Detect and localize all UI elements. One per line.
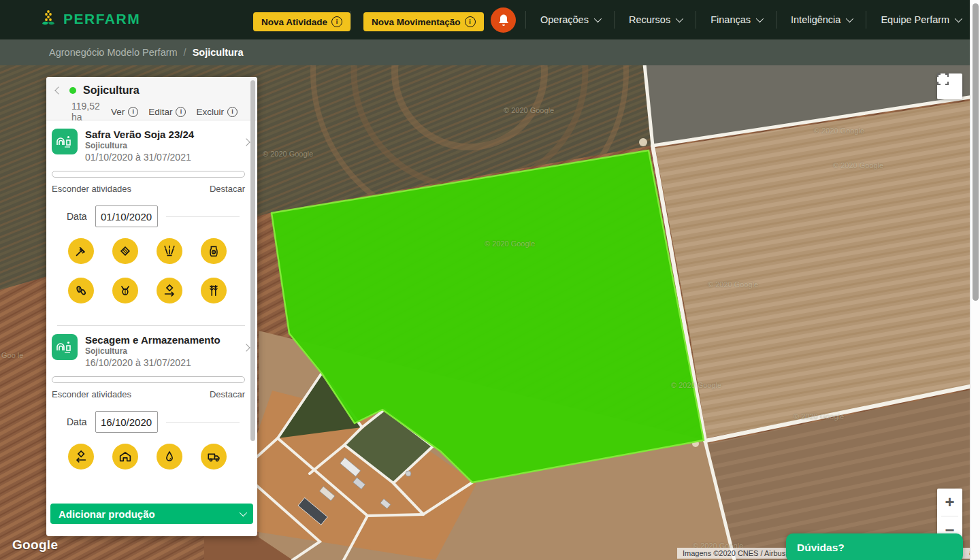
new-movement-label: Nova Movimentação — [372, 17, 461, 27]
help-button-label: Dúvidas? — [797, 542, 845, 554]
add-production-label: Adicionar produção — [59, 508, 155, 520]
help-button[interactable]: Dúvidas? — [786, 533, 963, 560]
highlight-link[interactable]: Destacar — [210, 389, 245, 399]
crop-progress-bar — [52, 171, 245, 178]
crop-progress-bar — [52, 376, 245, 383]
truck-icon — [206, 449, 222, 464]
crop-card-safra-verao: Safra Verão Soja 23/24 Sojicultura 01/10… — [46, 120, 257, 326]
chevron-down-icon — [240, 509, 247, 516]
menu-inteligencia[interactable]: Inteligência — [777, 14, 866, 25]
road-junction-spot — [639, 138, 647, 146]
date-label: Data — [67, 416, 87, 427]
fertilizer-button[interactable] — [201, 238, 227, 264]
hide-activities-link[interactable]: Esconder atividades — [52, 184, 131, 194]
hide-activities-link[interactable]: Esconder atividades — [52, 389, 131, 399]
info-icon: i — [331, 16, 342, 27]
breadcrumb-separator: / — [184, 47, 186, 58]
fullscreen-button[interactable] — [937, 73, 962, 99]
top-navigation-bar: PERFARM Nova Atividade i Nova Movimentaç… — [0, 0, 980, 39]
crop-card-header[interactable]: Secagem e Armazenamento Sojicultura 16/1… — [52, 334, 248, 368]
irrigation-spray-icon — [162, 244, 177, 259]
seeds-icon — [74, 283, 88, 298]
chevron-down-icon — [756, 15, 764, 22]
pest-icon — [118, 283, 133, 298]
brand-logo[interactable]: PERFARM — [39, 9, 140, 29]
chevron-right-icon — [242, 344, 250, 351]
seeds-button[interactable] — [68, 278, 94, 303]
delete-button[interactable]: Excluiri — [196, 107, 238, 117]
corn-logo-icon — [39, 9, 57, 29]
farm-icon — [52, 129, 78, 154]
chevron-down-icon — [676, 15, 683, 22]
view-button[interactable]: Veri — [111, 107, 138, 117]
crop-card-subtitle: Sojicultura — [85, 346, 220, 356]
info-icon: i — [176, 107, 186, 117]
irrigation-button[interactable] — [157, 238, 182, 264]
field-detail-panel: Sojicultura 119,52 ha Veri Editari Exclu… — [46, 77, 257, 536]
crop-card-title: Safra Verão Soja 23/24 — [85, 129, 194, 140]
moisture-drop-icon — [162, 449, 177, 464]
topbar-separator — [350, 11, 351, 29]
menu-financas[interactable]: Finanças — [696, 14, 776, 25]
zoom-in-button[interactable]: + — [937, 489, 962, 516]
crop-card-dates: 01/10/2020 à 31/07/2021 — [85, 152, 194, 163]
fertilizer-bag-icon — [206, 244, 221, 259]
menu-equipe-perfarm[interactable]: Equipe Perfarm — [866, 14, 975, 25]
fullscreen-icon — [937, 73, 949, 85]
harvest-button[interactable] — [201, 278, 227, 303]
new-activity-button[interactable]: Nova Atividade i — [253, 12, 350, 31]
edit-button[interactable]: Editari — [148, 107, 186, 117]
info-icon: i — [465, 16, 476, 27]
menu-recursos[interactable]: Recursos — [615, 14, 696, 25]
crop-card-title: Secagem e Armazenamento — [85, 334, 220, 346]
add-production-button[interactable]: Adicionar produção — [50, 504, 253, 524]
breadcrumb: Agronegócio Modelo Perfarm / Sojicultura — [0, 39, 980, 65]
new-activity-label: Nova Atividade — [261, 17, 327, 27]
page-scrollbar-thumb[interactable] — [973, 3, 979, 301]
info-icon: i — [227, 107, 238, 117]
highlight-link[interactable]: Destacar — [210, 184, 245, 194]
transfer-out-button[interactable] — [157, 278, 182, 303]
chevron-down-icon — [955, 15, 962, 22]
notifications-button[interactable] — [491, 7, 516, 33]
panel-header: Sojicultura 119,52 ha Veri Editari Exclu… — [46, 77, 257, 120]
info-icon: i — [128, 107, 138, 117]
soil-preparation-button[interactable] — [68, 238, 94, 264]
bell-icon — [497, 14, 510, 27]
brand-name: PERFARM — [63, 11, 140, 27]
field-title: Sojicultura — [83, 84, 140, 97]
warehouse-button[interactable] — [112, 444, 138, 470]
crop-card-subtitle: Sojicultura — [85, 141, 194, 150]
warehouse-icon — [118, 449, 133, 464]
moisture-button[interactable] — [157, 444, 182, 470]
breadcrumb-current: Sojicultura — [193, 47, 244, 58]
seed-packet-button[interactable] — [112, 238, 138, 264]
page-scrollbar-track[interactable] — [970, 0, 980, 560]
crop-card-dates: 16/10/2020 à 31/07/2021 — [85, 357, 220, 368]
back-button[interactable] — [54, 86, 62, 94]
panel-scrollbar[interactable] — [250, 80, 255, 441]
menu-operacoes[interactable]: Operações — [526, 14, 614, 25]
chevron-down-icon — [846, 15, 853, 22]
date-label: Data — [67, 211, 87, 222]
harvest-wheat-icon — [206, 283, 221, 298]
field-status-dot — [69, 87, 76, 94]
transfer-out-icon — [162, 283, 177, 298]
truck-button[interactable] — [201, 444, 227, 470]
chevron-down-icon — [594, 15, 602, 22]
soil-preparation-icon — [74, 244, 88, 259]
divider — [166, 216, 240, 217]
breadcrumb-parent[interactable]: Agronegócio Modelo Perfarm — [49, 47, 178, 58]
farm-icon — [52, 334, 78, 360]
divider — [166, 422, 240, 423]
seed-packet-icon — [118, 244, 133, 259]
pest-control-button[interactable] — [112, 278, 138, 303]
transfer-in-icon — [74, 449, 88, 464]
crop-card-secagem: Secagem e Armazenamento Sojicultura 16/1… — [46, 326, 257, 470]
transfer-in-button[interactable] — [68, 444, 94, 470]
main-menu: Operações Recursos Finanças Inteligência… — [525, 0, 975, 39]
date-input[interactable] — [95, 411, 158, 433]
date-input[interactable] — [95, 205, 158, 227]
crop-card-header[interactable]: Safra Verão Soja 23/24 Sojicultura 01/10… — [52, 129, 248, 163]
new-movement-button[interactable]: Nova Movimentação i — [363, 12, 484, 31]
